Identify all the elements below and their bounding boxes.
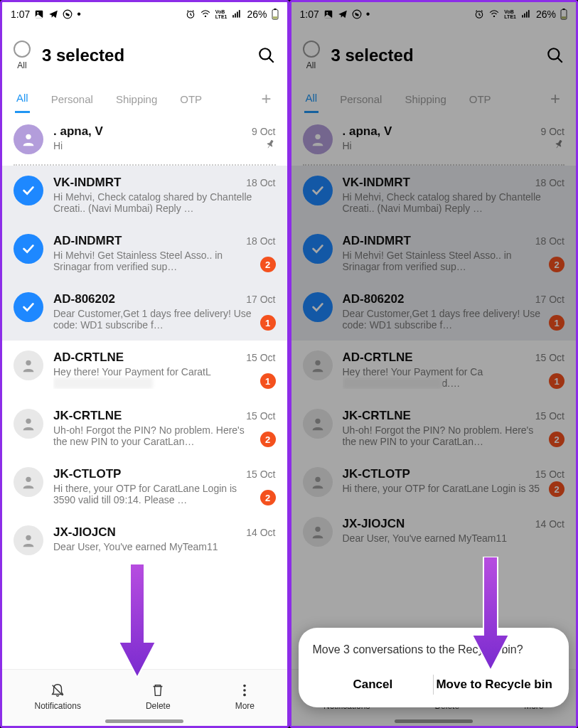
unread-badge: 1 (260, 373, 276, 389)
conversation-row[interactable]: JK-CRTLNE15 OctUh-oh! Forgot the PIN? No… (2, 399, 287, 457)
conversation-body: JK-CRTLNE15 OctUh-oh! Forgot the PIN? No… (53, 409, 276, 447)
status-bar: 1:07 • VoBLTE1 26% (2, 2, 287, 26)
conversation-sender: AD-INDMRT (53, 234, 122, 248)
conversation-date: 15 Oct (246, 352, 275, 363)
conversation-body: AD-80620217 OctDear Customer,Get 1 days … (53, 292, 276, 331)
conversation-sender: JX-JIOJCN (53, 525, 116, 540)
move-to-recycle-bin-button[interactable]: Move to Recycle bin (434, 670, 555, 699)
avatar[interactable] (14, 124, 43, 154)
conversation-preview: Hi there, your OTP for CaratLane Login i… (53, 483, 255, 505)
conversation-preview: Hey there! Your Payment for CaratLxxxxxx… (53, 366, 255, 389)
unread-badge: 2 (260, 257, 276, 272)
tab-otp[interactable]: OTP (178, 86, 203, 112)
volte-icon: VoBLTE1 (215, 9, 228, 19)
avatar[interactable] (14, 350, 43, 380)
conversation-row[interactable]: JX-JIOJCN14 OctDear User, You've earned … (2, 515, 287, 565)
conversation-date: 14 Oct (246, 527, 275, 538)
conversation-body: AD-INDMRT18 OctHi Mehvi! Get Stainless S… (53, 234, 276, 272)
avatar[interactable] (14, 467, 43, 497)
conversation-preview: Dear Customer,Get 1 days free delivery! … (53, 308, 255, 331)
svg-rect-5 (233, 15, 235, 18)
svg-rect-11 (272, 16, 277, 18)
conversation-body: JK-CTLOTP15 OctHi there, your OTP for Ca… (53, 467, 276, 505)
select-all-label: All (17, 60, 26, 70)
gallery-icon (34, 9, 44, 19)
conversation-preview: Hi Mehvi! Get Stainless Steel Asso.. in … (53, 250, 255, 272)
selected-check-icon[interactable] (14, 176, 43, 205)
conversation-date: 18 Oct (246, 177, 275, 188)
avatar[interactable] (14, 409, 43, 439)
wifi-icon (200, 9, 211, 19)
conversation-date: 18 Oct (246, 235, 275, 247)
conversation-preview: Hi (53, 140, 259, 151)
unread-badge: 1 (260, 315, 276, 331)
conversation-row[interactable]: AD-INDMRT18 OctHi Mehvi! Get Stainless S… (2, 224, 287, 282)
svg-rect-10 (274, 9, 276, 10)
trash-icon (150, 682, 166, 698)
selection-title: 3 selected (42, 46, 257, 65)
conversation-date: 15 Oct (246, 469, 275, 480)
notifications-label: Notifications (35, 701, 81, 711)
tab-shipping[interactable]: Shipping (114, 86, 159, 112)
conversation-sender: . apna, V (53, 124, 103, 139)
category-tabs: All Personal Shipping OTP + (2, 83, 287, 114)
selected-check-icon[interactable] (14, 234, 43, 264)
more-label: More (235, 701, 255, 711)
unread-badge: 2 (260, 432, 276, 447)
conversation-body: . apna, V9 OctHi (53, 124, 276, 154)
tab-personal[interactable]: Personal (50, 86, 95, 112)
conversation-preview: Dear User, You've earned MyTeam11 (53, 541, 276, 552)
svg-point-14 (26, 360, 31, 365)
battery-icon (272, 9, 279, 20)
conversation-list: . apna, V9 OctHiVK-INDMRT18 OctHi Mehvi,… (2, 114, 287, 669)
nav-handle[interactable] (105, 719, 183, 723)
status-battery-pct: 26% (247, 9, 267, 20)
confirm-dialog: Move 3 conversations to the Recycle bin?… (299, 628, 569, 707)
svg-point-20 (243, 693, 246, 696)
whatsapp-icon (63, 9, 73, 19)
pin-icon (264, 139, 276, 153)
dialog-message: Move 3 conversations to the Recycle bin? (313, 643, 555, 656)
more-button[interactable]: More (235, 682, 255, 711)
more-vertical-icon (237, 682, 252, 698)
conversation-date: 17 Oct (246, 294, 275, 305)
select-all-checkbox[interactable]: All (14, 41, 31, 70)
conversation-body: JX-JIOJCN14 OctDear User, You've earned … (53, 525, 276, 555)
svg-point-13 (26, 134, 31, 139)
conversation-sender: JK-CTLOTP (53, 467, 121, 481)
tab-all[interactable]: All (15, 85, 30, 113)
conversation-sender: JK-CRTLNE (53, 409, 122, 423)
conversation-sender: VK-INDMRT (53, 176, 121, 190)
cancel-button[interactable]: Cancel (313, 670, 434, 699)
conversation-body: VK-INDMRT18 OctHi Mehvi, Check catalog s… (53, 176, 276, 214)
svg-rect-7 (237, 12, 238, 18)
svg-point-4 (205, 16, 206, 17)
signal-icon (231, 9, 242, 19)
bottom-action-bar: Notifications Delete More (2, 669, 287, 726)
status-dot: • (77, 8, 81, 21)
conversation-row[interactable]: VK-INDMRT18 OctHi Mehvi, Check catalog s… (2, 166, 287, 224)
notifications-button[interactable]: Notifications (35, 682, 81, 711)
svg-point-16 (26, 477, 31, 482)
conversation-sender: AD-CRTLNE (53, 350, 124, 365)
delete-button[interactable]: Delete (146, 682, 171, 711)
modal-scrim[interactable] (291, 2, 577, 726)
conversation-date: 15 Oct (246, 410, 275, 422)
status-time: 1:07 (11, 9, 30, 20)
conversation-row[interactable]: AD-CRTLNE15 OctHey there! Your Payment f… (2, 341, 287, 399)
svg-point-19 (243, 689, 246, 692)
avatar[interactable] (14, 525, 43, 555)
conversation-date: 9 Oct (252, 126, 275, 137)
bell-off-icon (50, 682, 65, 698)
selected-check-icon[interactable] (14, 292, 43, 322)
conversation-preview: Hi Mehvi, Check catalog shared by Chante… (53, 191, 276, 214)
search-icon[interactable] (257, 46, 276, 65)
svg-point-1 (37, 12, 38, 14)
conversation-row[interactable]: JK-CTLOTP15 OctHi there, your OTP for Ca… (2, 457, 287, 515)
svg-rect-8 (239, 10, 240, 18)
delete-label: Delete (146, 701, 171, 711)
conversation-row[interactable]: AD-80620217 OctDear Customer,Get 1 days … (2, 282, 287, 341)
add-tab-button[interactable]: + (258, 89, 274, 109)
conversation-row[interactable]: . apna, V9 OctHi (2, 114, 287, 164)
conversation-sender: AD-806202 (53, 292, 115, 306)
